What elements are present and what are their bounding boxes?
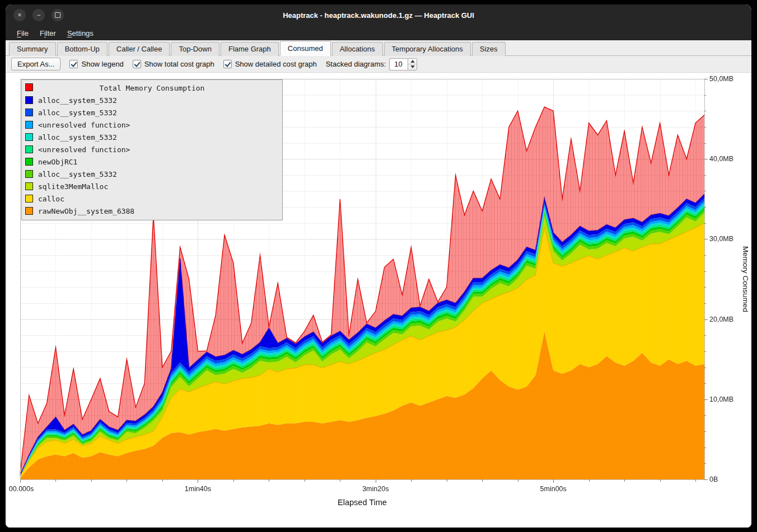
stacked-diagrams-label: Stacked diagrams: <box>326 60 386 68</box>
menu-item-settings[interactable]: Settings <box>62 27 99 39</box>
legend-row: calloc <box>22 192 282 205</box>
maximize-icon <box>55 12 60 18</box>
minimize-button[interactable]: − <box>32 9 45 21</box>
tab-consumed[interactable]: Consumed <box>280 41 331 56</box>
consumed-chart: Total Memory Consumption alloc__system_5… <box>6 73 751 515</box>
checkbox-icon[interactable] <box>133 60 141 68</box>
checkbox-label: Show legend <box>81 60 123 68</box>
x-tick-label: 00.000s <box>9 485 34 493</box>
legend-swatch <box>25 207 33 215</box>
checkbox-show-total-cost-graph[interactable]: Show total cost graph <box>133 60 214 68</box>
window-controls: ×− <box>13 9 64 21</box>
spin-up-icon <box>410 60 415 63</box>
tab-summary[interactable]: Summary <box>9 42 56 56</box>
legend-row: alloc__system_5332 <box>22 94 282 106</box>
menu-item-filter[interactable]: Filter <box>34 27 62 39</box>
legend-swatch <box>25 195 33 203</box>
tab-caller-callee[interactable]: Caller / Callee <box>109 42 170 56</box>
checkbox-icon[interactable] <box>223 60 232 68</box>
legend-row: newObjRC1 <box>22 156 282 168</box>
toolbar: Export As... Show legendShow total cost … <box>6 56 751 73</box>
legend-row: rawNewObj__system_6388 <box>22 205 282 217</box>
checkbox-show-legend[interactable]: Show legend <box>69 60 123 68</box>
legend-label: <unresolved function> <box>38 121 130 129</box>
legend-swatch <box>25 121 33 129</box>
tab-flame-graph[interactable]: Flame Graph <box>221 42 279 56</box>
legend-label: sqlite3MemMalloc <box>38 182 108 191</box>
checkbox-label: Show detailed cost graph <box>235 60 317 68</box>
x-tick-label: 1min40s <box>185 485 211 493</box>
legend-row: <unresolved function> <box>22 143 282 156</box>
checkbox-icon[interactable] <box>69 60 78 68</box>
legend-swatch <box>25 182 33 190</box>
tab-top-down[interactable]: Top-Down <box>171 42 219 56</box>
y-tick-label: 50,0MB <box>709 75 733 83</box>
tab-bar: SummaryBottom-UpCaller / CalleeTop-DownF… <box>6 40 751 56</box>
titlebar: ×− Heaptrack - heaptrack.wakunode.1.gz —… <box>6 4 751 26</box>
spin-down-button[interactable] <box>408 64 417 70</box>
heaptrack-window: ×− Heaptrack - heaptrack.wakunode.1.gz —… <box>6 4 751 528</box>
legend-label: <unresolved function> <box>38 145 130 154</box>
legend-swatch <box>25 145 33 153</box>
tab-bottom-up[interactable]: Bottom-Up <box>57 42 108 56</box>
legend-swatch <box>25 109 33 116</box>
y-tick-label: 40,0MB <box>709 155 733 163</box>
legend-label: newObjRC1 <box>38 158 77 166</box>
legend-label: alloc__system_5332 <box>38 109 117 117</box>
menubar: FileFilterSettings <box>6 26 751 40</box>
legend-label: alloc__system_5332 <box>38 170 117 178</box>
close-button[interactable]: × <box>13 9 26 21</box>
legend-row: sqlite3MemMalloc <box>22 180 282 192</box>
legend-swatch <box>25 133 33 141</box>
tab-temporary-allocations[interactable]: Temporary Allocations <box>384 42 471 56</box>
total-swatch <box>25 83 33 91</box>
legend-label: calloc <box>38 195 64 203</box>
legend-row: <unresolved function> <box>22 119 282 131</box>
spin-up-button[interactable] <box>408 59 417 65</box>
maximize-button[interactable] <box>52 9 64 21</box>
y-axis-title: Memory Consumed <box>741 246 750 312</box>
menu-item-file[interactable]: File <box>11 27 34 39</box>
y-tick-label: 10,0MB <box>709 396 733 403</box>
y-tick-label: 20,0MB <box>709 316 733 323</box>
legend-swatch <box>25 96 33 104</box>
legend-title-row: Total Memory Consumption <box>22 82 282 94</box>
tab-allocations[interactable]: Allocations <box>332 42 383 56</box>
x-axis-title: Elapsed Time <box>338 498 387 507</box>
legend-swatch <box>25 170 33 178</box>
legend-row: alloc__system_5332 <box>22 106 282 119</box>
legend-row: alloc__system_5332 <box>22 131 282 143</box>
x-tick-label: 5min00s <box>540 485 567 493</box>
legend-title: Total Memory Consumption <box>22 84 282 92</box>
legend-row: alloc__system_5332 <box>22 168 282 180</box>
stacked-diagrams-value[interactable]: 10 <box>389 58 408 70</box>
tab-sizes[interactable]: Sizes <box>472 42 506 56</box>
export-as-button[interactable]: Export As... <box>11 58 60 70</box>
checkbox-label: Show total cost graph <box>144 60 214 68</box>
legend-label: alloc__system_5332 <box>38 133 117 142</box>
checkbox-show-detailed-cost-graph[interactable]: Show detailed cost graph <box>223 60 317 68</box>
y-tick-label: 0B <box>709 475 718 483</box>
legend-label: rawNewObj__system_6388 <box>38 207 134 215</box>
window-title: Heaptrack - heaptrack.wakunode.1.gz — He… <box>283 11 474 20</box>
y-tick-label: 30,0MB <box>709 235 733 243</box>
x-tick-label: 3min20s <box>362 485 389 493</box>
spin-down-icon <box>410 65 415 68</box>
chart-legend: Total Memory Consumption alloc__system_5… <box>21 79 283 220</box>
legend-swatch <box>25 158 33 166</box>
window-bottom <box>6 515 751 528</box>
stacked-diagrams-spinbox[interactable]: 10 <box>389 58 417 70</box>
legend-label: alloc__system_5332 <box>38 96 117 105</box>
